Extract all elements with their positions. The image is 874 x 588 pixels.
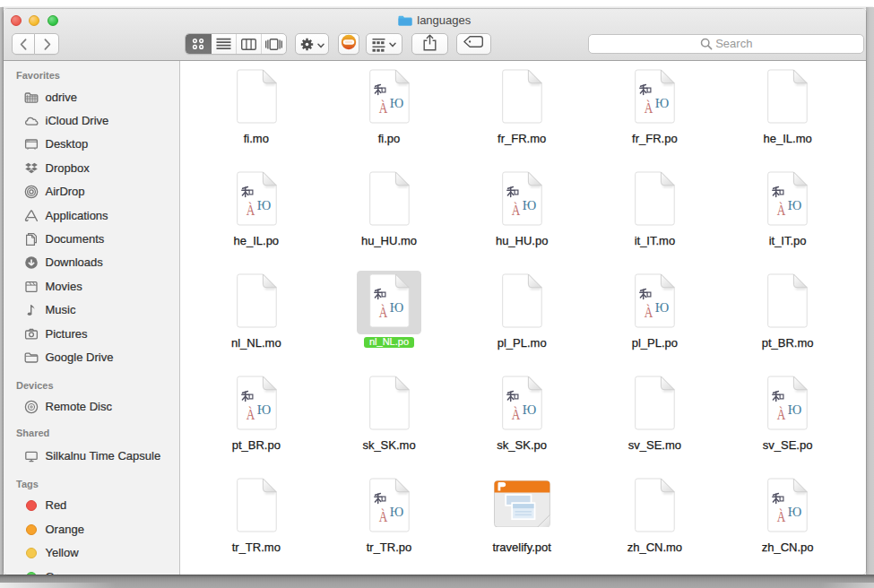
svg-text:À: À	[777, 406, 786, 422]
svg-text:Ю: Ю	[788, 504, 802, 519]
svg-text:À: À	[379, 99, 388, 116]
svg-text:À: À	[379, 304, 388, 320]
svg-text:Ю: Ю	[390, 95, 404, 110]
svg-text:Ю: Ю	[655, 299, 670, 315]
svg-text:Ю: Ю	[523, 402, 537, 417]
svg-text:À: À	[246, 202, 255, 218]
svg-text:Ю: Ю	[390, 299, 404, 315]
svg-text:À: À	[512, 406, 521, 422]
svg-text:Ю: Ю	[655, 95, 670, 110]
svg-text:Ю: Ю	[256, 402, 271, 417]
svg-text:Ю: Ю	[788, 197, 802, 212]
svg-text:À: À	[246, 406, 255, 422]
svg-text:Ю: Ю	[788, 402, 802, 417]
svg-text:Ю: Ю	[523, 197, 537, 212]
svg-text:Ю: Ю	[390, 504, 404, 519]
svg-text:Ю: Ю	[256, 197, 271, 212]
svg-text:À: À	[512, 202, 521, 218]
svg-text:À: À	[645, 99, 653, 116]
svg-text:À: À	[777, 202, 786, 218]
svg-text:À: À	[777, 508, 786, 524]
svg-text:À: À	[379, 508, 388, 524]
svg-text:À: À	[645, 304, 653, 320]
